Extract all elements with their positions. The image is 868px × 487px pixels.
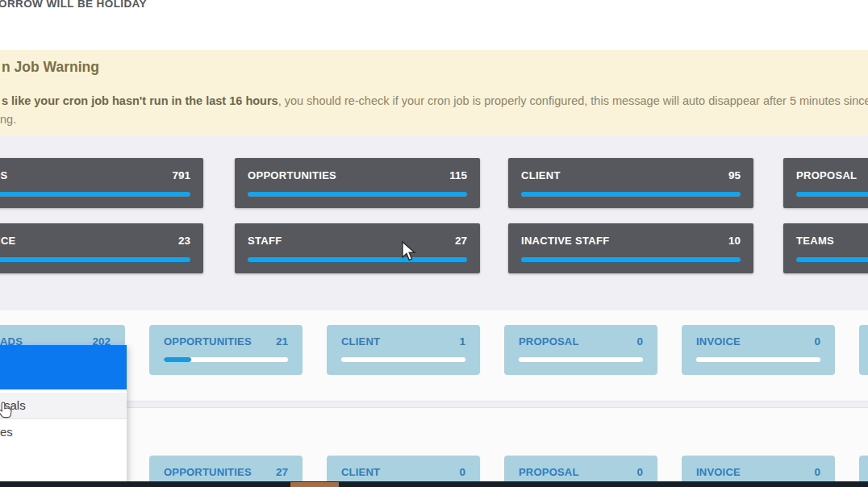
stat-card-opportunities[interactable]: OPPORTUNITIES 115 xyxy=(235,158,480,208)
stat-label: INVOICE xyxy=(696,335,741,348)
stat-value: 0 xyxy=(636,335,643,348)
cron-warning-message-bold: s like your cron job hasn't run in the l… xyxy=(2,94,278,107)
stat-card-client-summary[interactable]: CLIENT 1 xyxy=(327,325,480,375)
stat-label: CLIENT xyxy=(521,169,561,181)
video-progress-strip[interactable] xyxy=(0,481,868,487)
stat-card-staff[interactable]: STAFF 27 xyxy=(235,223,480,273)
hand-cursor-icon xyxy=(0,402,13,419)
stat-label: PROPOSAL xyxy=(796,169,857,181)
stat-progress-track xyxy=(696,357,820,362)
stat-card-proposal[interactable]: PROPOSAL xyxy=(783,158,868,208)
holiday-ticker-text: ORROW WILL BE HOLIDAY xyxy=(0,0,147,10)
stat-progress-bar xyxy=(0,257,190,262)
stat-card-invoice-summary[interactable]: INVOICE 0 xyxy=(682,325,835,375)
stat-label: LEADS xyxy=(0,169,8,181)
stat-label: INACTIVE STAFF xyxy=(521,235,609,247)
stat-label: INVOICE xyxy=(696,466,741,478)
cron-warning-banner: n Job Warning s like your cron job hasn'… xyxy=(0,50,868,135)
stat-value: 791 xyxy=(172,169,190,181)
stat-value: 0 xyxy=(814,466,820,478)
stat-progress-bar xyxy=(0,192,190,197)
stat-label: TEAMS xyxy=(796,235,834,247)
stat-card-opportunities-summary[interactable]: OPPORTUNITIES 21 xyxy=(149,325,303,375)
cron-warning-message-line2: ng. xyxy=(0,113,16,126)
stat-value: 0 xyxy=(636,466,643,478)
stat-card-leads[interactable]: LEADS 791 xyxy=(0,158,203,208)
stat-progress-fill xyxy=(164,357,191,362)
stat-label: OPPORTUNITIES xyxy=(164,466,252,478)
dropdown-selected-item[interactable] xyxy=(0,345,127,389)
stat-progress-bar xyxy=(248,192,467,197)
mouse-cursor-icon xyxy=(401,241,417,262)
stat-value: 27 xyxy=(276,466,288,478)
stat-progress-track xyxy=(164,357,288,362)
stat-progress-bar xyxy=(796,257,868,262)
stat-value: 27 xyxy=(455,235,467,247)
stat-value: 23 xyxy=(178,235,190,247)
stat-card-teams[interactable]: TEAMS xyxy=(783,223,868,273)
cron-warning-title: n Job Warning xyxy=(2,59,99,76)
stat-label: CLIENT xyxy=(341,466,380,478)
stat-value: 0 xyxy=(459,466,465,478)
stat-value: 0 xyxy=(814,335,820,348)
stat-label: OPPORTUNITIES xyxy=(248,169,336,181)
stat-progress-bar xyxy=(248,257,467,262)
stat-card-inactive-staff[interactable]: INACTIVE STAFF 10 xyxy=(508,223,753,273)
stat-progress-bar xyxy=(521,192,741,197)
stat-card-proposal-summary[interactable]: PROPOSAL 0 xyxy=(504,325,657,375)
cron-warning-message-rest: , you should re-check if your cron job i… xyxy=(278,94,868,107)
top-bar: ORROW WILL BE HOLIDAY xyxy=(0,0,868,50)
stat-label: PROPOSAL xyxy=(519,466,579,478)
stat-label: STAFF xyxy=(248,235,282,247)
stat-label: CLIENT xyxy=(341,335,380,348)
stat-value: 10 xyxy=(728,235,741,247)
stat-value: 115 xyxy=(449,169,467,181)
stat-card-invoice[interactable]: INVOICE 23 xyxy=(0,223,203,273)
stat-label: OPPORTUNITIES xyxy=(164,335,252,348)
stat-value: 21 xyxy=(276,335,288,348)
stat-card-partial xyxy=(859,325,868,375)
stat-value: 95 xyxy=(728,169,741,181)
stat-progress-track xyxy=(341,357,465,362)
stat-card-client[interactable]: CLIENT 95 xyxy=(508,158,753,208)
stat-value: 1 xyxy=(459,335,465,348)
stat-progress-bar xyxy=(796,192,868,197)
stat-progress-bar xyxy=(521,257,741,262)
open-dropdown-menu: sals es xyxy=(0,345,127,487)
stat-progress-track xyxy=(519,357,643,362)
stat-label: PROPOSAL xyxy=(519,335,579,348)
dropdown-menu-list: sals es xyxy=(0,389,127,487)
stat-label: INVOICE xyxy=(0,235,16,247)
cron-warning-message: s like your cron job hasn't run in the l… xyxy=(2,94,868,107)
menu-item-estimates[interactable]: es xyxy=(0,419,127,445)
video-progress-segment xyxy=(290,482,339,487)
dashboard-page: ORROW WILL BE HOLIDAY n Job Warning s li… xyxy=(0,0,868,487)
menu-item-proposals[interactable]: sals xyxy=(0,393,127,419)
